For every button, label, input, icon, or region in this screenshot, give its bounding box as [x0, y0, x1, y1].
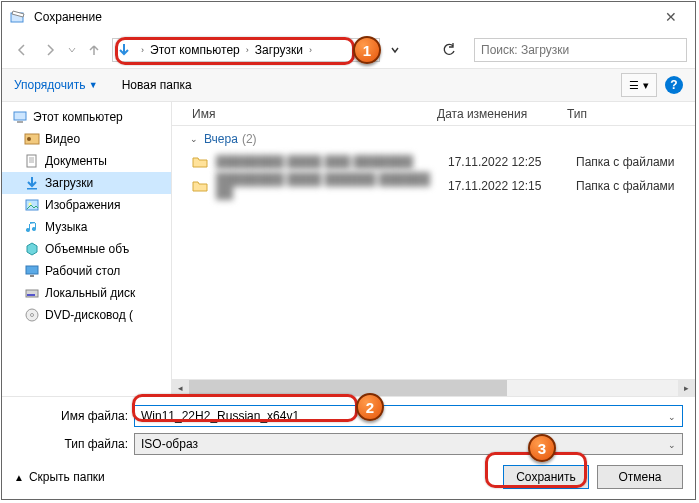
- filetype-value: ISO-образ: [141, 437, 198, 451]
- crumb-this-pc[interactable]: Этот компьютер: [148, 43, 242, 57]
- tree-documents[interactable]: Документы: [2, 150, 171, 172]
- tree-this-pc[interactable]: Этот компьютер: [2, 106, 171, 128]
- svg-point-4: [27, 137, 31, 141]
- tree-videos[interactable]: Видео: [2, 128, 171, 150]
- search-input[interactable]: [474, 38, 687, 62]
- file-name: ████████ ████ ███ ███████: [216, 155, 448, 169]
- file-list: Имя Дата изменения Тип ⌄ Вчера (2) █████…: [172, 102, 695, 396]
- col-name[interactable]: Имя: [192, 107, 437, 121]
- filetype-label: Тип файла:: [14, 437, 134, 451]
- chevron-down-icon[interactable]: ⌄: [664, 437, 680, 453]
- forward-button[interactable]: [38, 38, 62, 62]
- titlebar: Сохранение ✕: [2, 2, 695, 32]
- folder-icon: [192, 154, 208, 170]
- svg-rect-1: [14, 112, 26, 120]
- new-folder-button[interactable]: Новая папка: [122, 78, 192, 92]
- tree-downloads[interactable]: Загрузки: [2, 172, 171, 194]
- chevron-right-icon: ›: [305, 45, 316, 55]
- body: Этот компьютер Видео Документы Загрузки …: [2, 102, 695, 396]
- cube-icon: [24, 241, 40, 257]
- down-arrow-icon: [116, 42, 132, 58]
- group-header[interactable]: ⌄ Вчера (2): [172, 126, 695, 150]
- chevron-right-icon: ›: [137, 45, 148, 55]
- file-date: 17.11.2022 12:25: [448, 155, 576, 169]
- crumb-downloads[interactable]: Загрузки: [253, 43, 305, 57]
- navbar: › Этот компьютер › Загрузки ›: [2, 32, 695, 68]
- file-name: ████████ ████ ██████ ██████ ██: [216, 172, 448, 200]
- documents-icon: [24, 153, 40, 169]
- back-button[interactable]: [10, 38, 34, 62]
- pc-icon: [12, 109, 28, 125]
- help-button[interactable]: ?: [665, 76, 683, 94]
- dvd-icon: [24, 307, 40, 323]
- scroll-left-icon[interactable]: ◂: [172, 380, 189, 396]
- col-type[interactable]: Тип: [567, 107, 695, 121]
- organize-menu[interactable]: Упорядочить ▼: [14, 78, 98, 92]
- tree-localdisk[interactable]: Локальный диск: [2, 282, 171, 304]
- filename-value: Win11_22H2_Russian_x64v1: [141, 409, 299, 423]
- filename-label: Имя файла:: [14, 409, 134, 423]
- column-headers[interactable]: Имя Дата изменения Тип: [172, 102, 695, 126]
- hide-folders-toggle[interactable]: ▲Скрыть папки: [14, 470, 105, 484]
- svg-rect-2: [17, 121, 23, 123]
- svg-rect-6: [27, 188, 37, 190]
- nav-tree[interactable]: Этот компьютер Видео Документы Загрузки …: [2, 102, 172, 396]
- list-item[interactable]: ████████ ████ ███ ███████ 17.11.2022 12:…: [172, 150, 695, 174]
- file-type: Папка с файлами: [576, 179, 675, 193]
- chevron-right-icon: ›: [242, 45, 253, 55]
- svg-rect-9: [26, 266, 38, 274]
- music-icon: [24, 219, 40, 235]
- video-icon: [24, 131, 40, 147]
- up-button[interactable]: [82, 38, 106, 62]
- window-title: Сохранение: [34, 10, 655, 24]
- scroll-track[interactable]: [189, 380, 678, 396]
- disk-icon: [24, 285, 40, 301]
- breadcrumb[interactable]: › Этот компьютер › Загрузки ›: [112, 38, 380, 62]
- scroll-thumb[interactable]: [189, 380, 507, 396]
- path-dropdown-icon[interactable]: [388, 38, 402, 62]
- list-item[interactable]: ████████ ████ ██████ ██████ ██ 17.11.202…: [172, 174, 695, 198]
- svg-rect-10: [30, 275, 34, 277]
- cancel-button[interactable]: Отмена: [597, 465, 683, 489]
- file-date: 17.11.2022 12:15: [448, 179, 576, 193]
- folder-icon: [192, 178, 208, 194]
- close-icon[interactable]: ✕: [655, 7, 687, 27]
- horizontal-scrollbar[interactable]: ◂ ▸: [172, 379, 695, 396]
- file-type: Папка с файлами: [576, 155, 675, 169]
- list-body[interactable]: ⌄ Вчера (2) ████████ ████ ███ ███████ 17…: [172, 126, 695, 379]
- toolbar: Упорядочить ▼ Новая папка ☰ ▾ ?: [2, 68, 695, 102]
- tree-music[interactable]: Музыка: [2, 216, 171, 238]
- refresh-button[interactable]: [436, 38, 462, 62]
- chevron-down-icon[interactable]: ⌄: [664, 409, 680, 425]
- scroll-right-icon[interactable]: ▸: [678, 380, 695, 396]
- filetype-select[interactable]: ISO-образ ⌄: [134, 433, 683, 455]
- filename-input[interactable]: Win11_22H2_Russian_x64v1 ⌄: [134, 405, 683, 427]
- bottom-panel: Имя файла: Win11_22H2_Russian_x64v1 ⌄ Ти…: [2, 396, 695, 499]
- app-icon: [10, 9, 26, 25]
- svg-point-14: [31, 314, 34, 317]
- tree-desktop[interactable]: Рабочий стол: [2, 260, 171, 282]
- search-field[interactable]: [481, 43, 680, 57]
- svg-rect-5: [27, 155, 36, 167]
- desktop-icon: [24, 263, 40, 279]
- tree-pictures[interactable]: Изображения: [2, 194, 171, 216]
- pictures-icon: [24, 197, 40, 213]
- save-button[interactable]: Сохранить: [503, 465, 589, 489]
- tree-3dobjects[interactable]: Объемные объ: [2, 238, 171, 260]
- view-options-button[interactable]: ☰ ▾: [621, 73, 657, 97]
- history-dropdown-icon[interactable]: [66, 38, 78, 62]
- svg-rect-12: [27, 294, 35, 296]
- downloads-icon: [24, 175, 40, 191]
- col-date[interactable]: Дата изменения: [437, 107, 567, 121]
- tree-dvd[interactable]: DVD-дисковод (: [2, 304, 171, 326]
